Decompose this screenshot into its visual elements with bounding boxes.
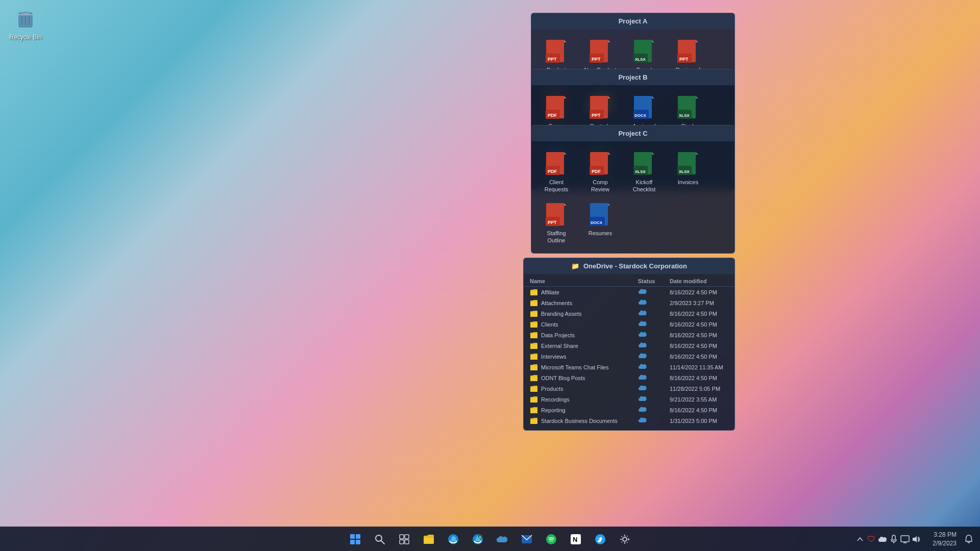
svg-text:PPT: PPT [548, 57, 557, 62]
svg-rect-81 [405, 535, 409, 539]
svg-marker-99 [913, 536, 917, 542]
svg-marker-19 [696, 40, 698, 42]
onedrive-row[interactable]: ODNT Blog Posts 8/16/2022 4:50 PM [524, 372, 734, 383]
onedrive-row[interactable]: Stardock Business Documents 1/31/2023 5:… [524, 415, 734, 426]
folder-name: Reporting [541, 407, 566, 413]
search-button[interactable] [369, 528, 391, 550]
onedrive-row[interactable]: Affiliate 8/16/2022 4:50 PM [524, 287, 734, 298]
folder-name: ODNT Blog Posts [541, 375, 585, 381]
clock-time: 3:28 PM [933, 531, 957, 539]
cloud-sync-icon [638, 364, 647, 371]
edge-browser-button[interactable] [442, 528, 464, 550]
onedrive-row[interactable]: Branding Assets 8/16/2022 4:50 PM [524, 308, 734, 319]
svg-rect-2 [18, 14, 33, 15]
cloud-sync-icon [638, 407, 647, 414]
microphone-icon[interactable] [889, 534, 899, 544]
edge-dev-button[interactable]: D [467, 528, 489, 550]
antivirus-icon[interactable]: 🛡 [866, 534, 876, 544]
onedrive-row[interactable]: Microsoft Teams Chat Files 11/14/2022 11… [524, 362, 734, 372]
onedrive-row[interactable]: Clients 8/16/2022 4:50 PM [524, 319, 734, 330]
file-kickoff-checklist[interactable]: XLSX KickoffChecklist [623, 147, 665, 196]
file-comp-review[interactable]: PDF CompReview [579, 147, 621, 196]
folder-icon [530, 332, 538, 339]
svg-text:XLSX: XLSX [679, 113, 690, 118]
svg-text:PPT: PPT [592, 57, 601, 62]
onedrive-row[interactable]: Reporting 8/16/2022 4:50 PM [524, 405, 734, 415]
svg-text:XLSX: XLSX [635, 169, 646, 174]
svg-rect-74 [350, 534, 355, 539]
svg-text:PDF: PDF [548, 113, 557, 118]
notification-icon[interactable] [964, 534, 974, 544]
folder-name: Products [541, 386, 563, 392]
cloud-sync-icon [638, 417, 647, 424]
folder-name: Microsoft Teams Chat Files [541, 364, 608, 370]
chevron-up-icon[interactable] [855, 534, 865, 544]
col-date: Date modified [664, 276, 734, 287]
cloud-sync-icon [638, 310, 647, 317]
display-icon[interactable] [900, 534, 910, 544]
notion-button[interactable]: N [565, 528, 587, 550]
svg-text:PDF: PDF [592, 169, 601, 174]
folder-name: Affiliate [541, 289, 559, 295]
svg-marker-55 [608, 152, 610, 155]
file-staffing-outline[interactable]: PPT StaffingOutline [535, 198, 577, 247]
volume-icon[interactable] [911, 534, 921, 544]
onedrive-folder-icon: 📁 [571, 262, 579, 270]
svg-marker-51 [564, 152, 567, 155]
system-clock[interactable]: 3:28 PM 2/9/2023 [928, 531, 961, 548]
spotify-button[interactable] [540, 528, 562, 550]
mail-button[interactable] [516, 528, 538, 550]
folder-name: Stardock Business Documents [541, 418, 618, 424]
project-c-files: PDF ClientRequests PDF CompReview [531, 141, 734, 253]
project-c-title: Project C [531, 126, 734, 141]
svg-text:PPT: PPT [592, 113, 601, 118]
svg-text:DOCX: DOCX [634, 113, 647, 118]
system-tray: 🛡 [855, 534, 921, 544]
col-name: Name [524, 276, 632, 287]
svg-text:N: N [573, 536, 577, 543]
settings-button[interactable] [614, 528, 636, 550]
cloud-sync-icon [638, 396, 647, 403]
folder-name: Interviews [541, 354, 567, 360]
svg-marker-35 [652, 96, 654, 98]
svg-marker-7 [564, 40, 567, 42]
folder-date: 8/16/2022 4:50 PM [664, 287, 734, 298]
file-client-requests[interactable]: PDF ClientRequests [535, 147, 577, 196]
folder-date: 8/16/2022 4:50 PM [664, 308, 734, 319]
twitter-button[interactable] [589, 528, 611, 550]
folder-icon [530, 417, 538, 424]
cloud-sync-icon [638, 385, 647, 392]
onedrive-row[interactable]: External Share 8/16/2022 4:50 PM [524, 340, 734, 351]
recycle-bin-icon[interactable]: Recycle Bin [5, 5, 46, 43]
file-resumes[interactable]: DOCX Resumes [579, 198, 621, 247]
onedrive-row[interactable]: Attachments 2/9/2023 3:27 PM [524, 297, 734, 308]
svg-text:PPT: PPT [548, 220, 557, 225]
svg-rect-75 [356, 534, 360, 539]
cloud-sync-icon [638, 353, 647, 360]
onedrive-row[interactable]: Recordings 9/21/2022 3:55 AM [524, 394, 734, 405]
onedrive-tray-icon[interactable] [877, 534, 888, 544]
folder-name: Recordings [541, 396, 570, 403]
task-view-button[interactable] [393, 528, 415, 550]
project-b-title: Project B [531, 69, 734, 85]
svg-text:PDF: PDF [548, 169, 557, 174]
svg-marker-27 [564, 96, 567, 98]
folder-icon [530, 321, 538, 328]
onedrive-table: Name Status Date modified Affiliate [524, 276, 734, 426]
onedrive-row[interactable]: Data Projects 8/16/2022 4:50 PM [524, 330, 734, 340]
folder-date: 2/9/2023 3:27 PM [664, 297, 734, 308]
start-button[interactable] [344, 528, 366, 550]
file-invoices[interactable]: XLSX Invoices [667, 147, 709, 196]
onedrive-taskbar-button[interactable] [491, 528, 513, 550]
col-status: Status [632, 276, 664, 287]
onedrive-row[interactable]: Products 11/28/2022 5:05 PM [524, 383, 734, 394]
cloud-sync-icon [638, 332, 647, 339]
file-label: CompReview [591, 179, 609, 193]
onedrive-row[interactable]: Interviews 8/16/2022 4:50 PM [524, 351, 734, 362]
svg-rect-82 [400, 540, 404, 544]
file-label: Resumes [589, 230, 612, 237]
taskbar-right: 🛡 [855, 531, 980, 548]
file-explorer-button[interactable] [418, 528, 440, 550]
svg-rect-83 [405, 540, 409, 544]
svg-marker-15 [652, 40, 654, 42]
